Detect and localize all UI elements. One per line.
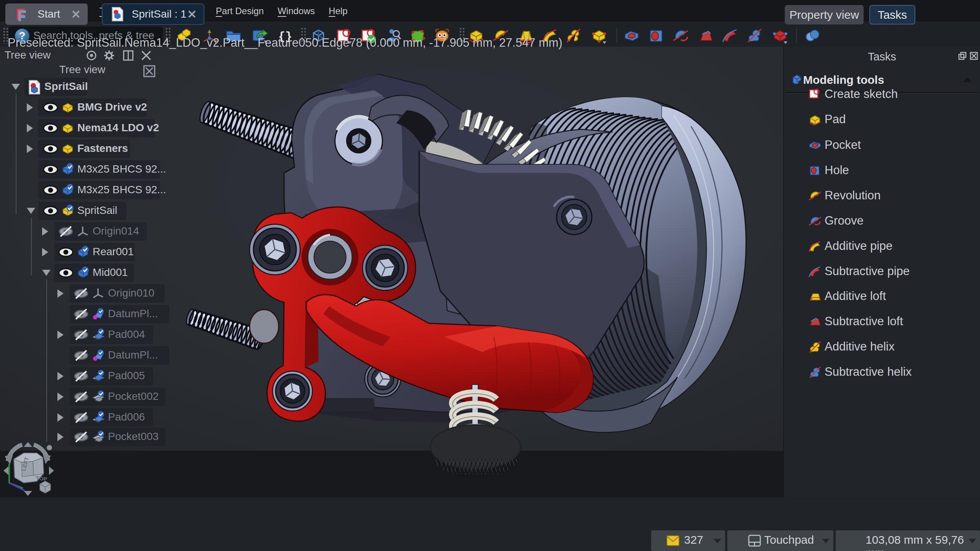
- svg-text:TOP: TOP: [35, 475, 48, 482]
